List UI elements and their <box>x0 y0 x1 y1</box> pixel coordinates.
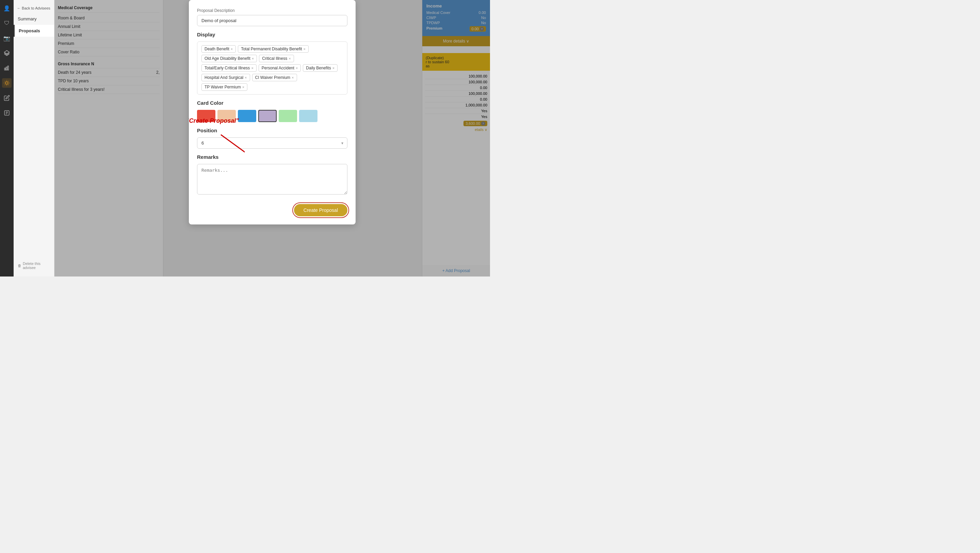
tag-tpd-benefit[interactable]: Total Permanent Disability Benefit × <box>238 45 309 53</box>
tag-close-old-age[interactable]: × <box>252 56 254 60</box>
color-green[interactable] <box>279 110 297 122</box>
tag-close-daily[interactable]: × <box>332 66 334 70</box>
icon-sidebar: 👤 🛡 📷 <box>0 0 14 276</box>
tag-close-ci-waiver[interactable]: × <box>292 76 294 79</box>
tag-hospital-surgical[interactable]: Hospital And Surgical × <box>202 74 250 81</box>
nav-sidebar: ← Back to Advisees Summary Proposals 🗑 D… <box>14 0 54 276</box>
sidebar-item-summary[interactable]: Summary <box>14 13 54 25</box>
color-lightblue[interactable] <box>299 110 318 122</box>
svg-point-4 <box>5 82 8 84</box>
svg-rect-3 <box>8 66 8 70</box>
tag-close-death-benefit[interactable]: × <box>231 47 233 51</box>
layers-icon[interactable] <box>2 48 11 58</box>
tag-close-tpd[interactable]: × <box>304 47 305 51</box>
color-red[interactable] <box>197 110 215 122</box>
tag-death-benefit[interactable]: Death Benefit × <box>202 45 236 53</box>
modal-footer: Create Proposal <box>197 201 347 216</box>
card-color-title: Card Color <box>197 100 347 106</box>
svg-line-8 <box>8 85 9 85</box>
create-proposal-modal: Proposal Description Display Death Benef… <box>189 0 356 224</box>
trash-icon: 🗑 <box>18 264 21 268</box>
position-title: Position <box>197 127 347 133</box>
display-section-title: Display <box>197 32 347 37</box>
color-lavender[interactable] <box>258 110 277 122</box>
tag-close-hospital[interactable]: × <box>245 76 247 79</box>
tag-close-total-early[interactable]: × <box>251 66 253 70</box>
tag-close-pa[interactable]: × <box>296 66 298 70</box>
tag-ci-waiver[interactable]: CI Waiver Premium × <box>252 74 297 81</box>
camera-icon[interactable]: 📷 <box>2 33 11 43</box>
tag-close-ci[interactable]: × <box>288 56 291 60</box>
description-input[interactable] <box>197 15 347 26</box>
svg-rect-2 <box>6 67 7 70</box>
color-blue[interactable] <box>238 110 256 122</box>
tag-personal-accident[interactable]: Personal Accident × <box>259 64 301 72</box>
back-to-advisees[interactable]: ← Back to Advisees <box>14 3 54 13</box>
color-swatches <box>197 110 347 122</box>
tag-total-early-ci[interactable]: Total/Early Critical Illness × <box>202 64 256 72</box>
pen-icon[interactable] <box>2 93 11 103</box>
tag-tp-waiver[interactable]: TP Waiver Permium × <box>202 83 247 91</box>
tag-critical-illness[interactable]: Critical Illness × <box>259 55 294 62</box>
tags-container: Death Benefit × Total Permanent Disabili… <box>197 41 347 95</box>
tag-daily-benefits[interactable]: Daily Benefits × <box>303 64 337 72</box>
svg-rect-1 <box>5 68 5 70</box>
delete-advisee-button[interactable]: 🗑 Delete this advisee <box>14 258 54 273</box>
create-proposal-button[interactable]: Create Proposal <box>294 204 347 216</box>
remarks-title: Remarks <box>197 154 347 160</box>
description-label: Proposal Description <box>197 8 347 13</box>
tag-old-age[interactable]: Old Age Disability Benefit × <box>202 55 257 62</box>
sidebar-item-proposals[interactable]: Proposals <box>14 25 54 37</box>
remarks-textarea[interactable] <box>197 164 347 194</box>
person-icon[interactable]: 👤 <box>2 3 11 13</box>
chart-icon[interactable] <box>2 63 11 73</box>
position-select-wrapper: 12345678 ▾ <box>197 137 347 149</box>
color-peach[interactable] <box>218 110 236 122</box>
tag-close-tp-waiver[interactable]: × <box>242 85 244 89</box>
document-icon[interactable] <box>2 108 11 118</box>
svg-line-12 <box>8 81 9 81</box>
modal-overlay: Proposal Description Display Death Benef… <box>54 0 490 276</box>
position-select[interactable]: 12345678 <box>197 137 347 149</box>
shield-icon[interactable]: 🛡 <box>2 18 11 28</box>
bulb-icon[interactable] <box>2 78 11 88</box>
